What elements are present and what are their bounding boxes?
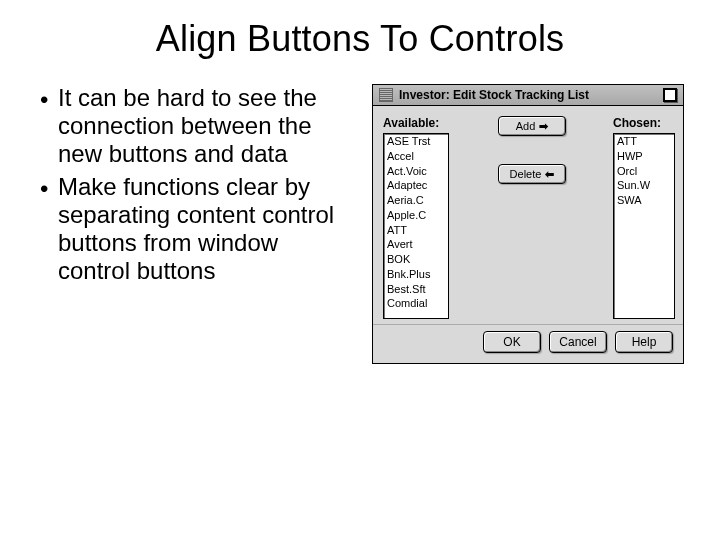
list-item[interactable]: Aeria.C [384,193,448,208]
available-listbox[interactable]: ASE Trst Accel Act.Voic Adaptec Aeria.C … [383,133,449,319]
transfer-buttons: Add ➡ Delete ⬅ [494,116,568,184]
dialog-titlebar[interactable]: Investor: Edit Stock Tracking List [373,85,683,106]
window-resize-icon[interactable] [663,88,677,102]
bullet-text: Make functions clear by separating conte… [58,173,336,284]
list-item[interactable]: BOK [384,252,448,267]
list-item[interactable]: Bnk.Plus [384,267,448,282]
list-item[interactable]: HWP [614,149,674,164]
cancel-button-label: Cancel [559,335,596,349]
dialog-body: Available: ASE Trst Accel Act.Voic Adapt… [373,106,683,324]
slide-title: Align Buttons To Controls [36,18,684,60]
arrow-right-icon: ➡ [539,121,548,132]
list-item[interactable]: Act.Voic [384,164,448,179]
arrow-left-icon: ⬅ [545,169,554,180]
chosen-label: Chosen: [613,116,675,130]
delete-button[interactable]: Delete ⬅ [498,164,566,184]
list-item[interactable]: ATT [384,223,448,238]
cancel-button[interactable]: Cancel [549,331,607,353]
bullet-dot: • [40,84,58,167]
list-item[interactable]: Sun.W [614,178,674,193]
list-item[interactable]: Accel [384,149,448,164]
help-button-label: Help [632,335,657,349]
titlebar-grip-icon [379,88,393,102]
list-item[interactable]: ATT [614,134,674,149]
bullet-list: • It can be hard to see the connection b… [36,78,336,364]
list-item[interactable]: Apple.C [384,208,448,223]
chosen-listbox[interactable]: ATT HWP Orcl Sun.W SWA [613,133,675,319]
dialog-window: Investor: Edit Stock Tracking List Avail… [372,84,684,364]
dialog-screenshot: Investor: Edit Stock Tracking List Avail… [372,84,684,364]
list-item[interactable]: Avert [384,237,448,252]
chosen-column: Chosen: ATT HWP Orcl Sun.W SWA [613,116,675,319]
bullet-text: It can be hard to see the connection bet… [58,84,336,167]
dialog-title: Investor: Edit Stock Tracking List [399,88,657,102]
available-label: Available: [383,116,449,130]
delete-button-label: Delete [510,168,542,180]
list-item[interactable]: Best.Sft [384,282,448,297]
bullet-dot: • [40,173,58,284]
list-item[interactable]: SWA [614,193,674,208]
bullet-item: • Make functions clear by separating con… [40,173,336,284]
ok-button[interactable]: OK [483,331,541,353]
list-item[interactable]: Comdial [384,296,448,311]
list-item[interactable]: Orcl [614,164,674,179]
bullet-item: • It can be hard to see the connection b… [40,84,336,167]
help-button[interactable]: Help [615,331,673,353]
add-button-label: Add [516,120,536,132]
list-item[interactable]: Adaptec [384,178,448,193]
list-item[interactable]: ASE Trst [384,134,448,149]
add-button[interactable]: Add ➡ [498,116,566,136]
ok-button-label: OK [503,335,520,349]
available-column: Available: ASE Trst Accel Act.Voic Adapt… [383,116,449,319]
dialog-footer: OK Cancel Help [373,324,683,363]
